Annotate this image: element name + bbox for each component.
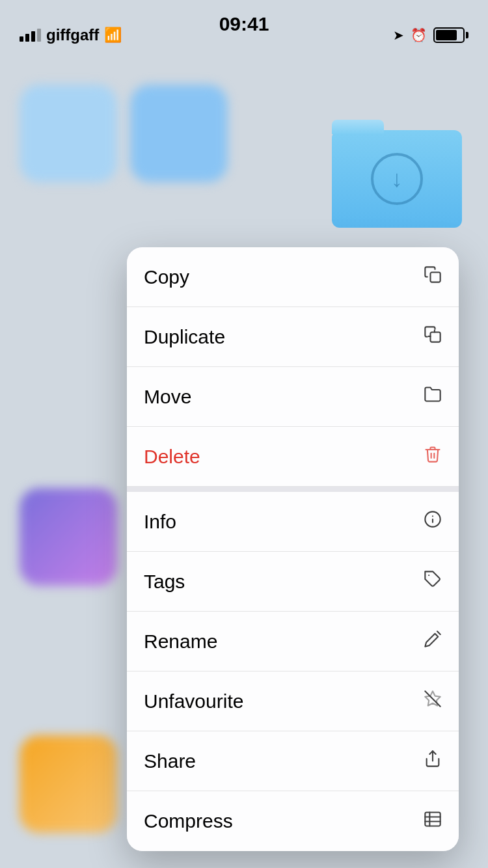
copy-label: Copy bbox=[144, 266, 189, 288]
copy-icon bbox=[424, 265, 442, 288]
wifi-icon: 📶 bbox=[104, 27, 122, 44]
folder-download-circle: ↓ bbox=[371, 153, 423, 205]
bg-icon-4 bbox=[20, 735, 117, 833]
menu-separator bbox=[127, 487, 459, 492]
unfavourite-label: Unfavourite bbox=[144, 690, 243, 712]
star-slash-icon bbox=[424, 690, 442, 712]
info-icon bbox=[424, 510, 442, 533]
menu-item-duplicate[interactable]: Duplicate bbox=[127, 307, 459, 367]
svg-rect-0 bbox=[431, 273, 441, 282]
alarm-icon: ⏰ bbox=[411, 27, 427, 43]
downloads-folder: ↓ bbox=[332, 130, 462, 234]
svg-rect-1 bbox=[431, 332, 441, 342]
share-icon bbox=[424, 750, 442, 772]
trash-icon bbox=[424, 445, 442, 468]
menu-item-rename[interactable]: Rename bbox=[127, 612, 459, 671]
move-icon bbox=[424, 385, 442, 408]
download-arrow-icon: ↓ bbox=[391, 165, 403, 193]
menu-item-info[interactable]: Info bbox=[127, 492, 459, 552]
pencil-icon bbox=[424, 630, 442, 653]
compress-icon bbox=[424, 810, 442, 833]
battery-icon bbox=[433, 27, 468, 43]
duplicate-label: Duplicate bbox=[144, 326, 225, 348]
folder-tab bbox=[332, 120, 384, 134]
move-label: Move bbox=[144, 386, 191, 408]
bg-icon-1 bbox=[20, 85, 117, 182]
tag-icon bbox=[424, 570, 442, 593]
bg-icon-2 bbox=[130, 85, 228, 182]
compress-label: Compress bbox=[144, 810, 233, 832]
folder-body: ↓ bbox=[332, 130, 462, 228]
location-icon: ➤ bbox=[393, 27, 404, 43]
menu-item-unfavourite[interactable]: Unfavourite bbox=[127, 671, 459, 731]
menu-item-move[interactable]: Move bbox=[127, 367, 459, 427]
svg-rect-12 bbox=[425, 812, 440, 826]
bg-icon-3 bbox=[20, 488, 117, 586]
info-label: Info bbox=[144, 511, 176, 533]
duplicate-icon bbox=[424, 325, 442, 348]
rename-label: Rename bbox=[144, 631, 217, 653]
menu-item-tags[interactable]: Tags bbox=[127, 552, 459, 612]
status-right: ➤ ⏰ bbox=[393, 27, 468, 43]
signal-icon bbox=[20, 29, 41, 42]
tags-label: Tags bbox=[144, 571, 185, 593]
time-display: 09:41 bbox=[219, 13, 269, 35]
menu-item-copy[interactable]: Copy bbox=[127, 247, 459, 307]
context-menu: Copy Duplicate Move Delete bbox=[127, 247, 459, 851]
svg-line-8 bbox=[437, 631, 441, 634]
menu-item-compress[interactable]: Compress bbox=[127, 791, 459, 851]
status-left: giffgaff 📶 bbox=[20, 26, 122, 44]
carrier-label: giffgaff bbox=[46, 26, 99, 44]
delete-label: Delete bbox=[144, 446, 200, 468]
share-label: Share bbox=[144, 750, 196, 772]
status-bar: giffgaff 📶 09:41 ➤ ⏰ bbox=[0, 0, 488, 57]
menu-item-share[interactable]: Share bbox=[127, 731, 459, 791]
menu-item-delete[interactable]: Delete bbox=[127, 427, 459, 487]
